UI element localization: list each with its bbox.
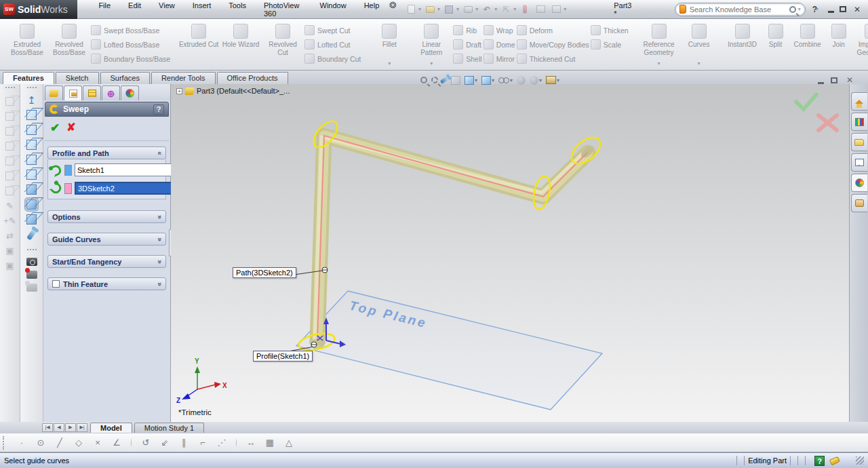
curves-button[interactable]: Curves▾ [683,20,715,67]
fillet-button[interactable]: Fillet▾ [369,20,410,67]
options-button[interactable] [549,3,563,16]
doc-minimize-button[interactable] [818,82,824,84]
parallel-snap-icon[interactable]: ∥ [178,437,190,448]
menu-edit[interactable]: Edit [119,0,150,19]
toolbar-grip[interactable] [3,436,6,450]
options-header[interactable]: Options » [47,210,166,223]
shaded-display-icon[interactable] [26,214,37,225]
pattern-icon[interactable]: ▣ [5,261,14,270]
mirror-button[interactable]: Mirror [484,53,515,64]
split-button[interactable]: Split [763,20,789,67]
prev-tab-button[interactable]: ◀ [54,423,64,432]
lighting-icon[interactable] [26,229,37,240]
display-style-button[interactable]: ▾ [481,76,494,85]
profile-callout[interactable]: Profile(Sketch1) [253,351,313,362]
angle-snap-icon[interactable]: ∠ [111,437,123,448]
scene-button[interactable]: ▾ [546,76,559,84]
maximize-button[interactable] [840,6,846,12]
open-button[interactable] [423,3,437,16]
lofted-cut-button[interactable]: Lofted Cut [304,39,361,50]
view-cube-icon[interactable] [5,187,14,195]
intersection-snap-icon[interactable]: × [92,437,104,448]
combine-button[interactable]: Combine [790,20,825,67]
wireframe-display-icon[interactable] [26,184,37,195]
extruded-cut-button[interactable]: Extruded Cut [178,20,219,67]
confirmation-corner[interactable] [796,94,837,130]
linear-pattern-dropdown-icon[interactable]: ▾ [430,60,433,66]
cancel-button[interactable]: ✘ [66,121,75,135]
start-end-tangency-header[interactable]: Start/End Tangency » [47,255,166,268]
view-cube-icon[interactable] [5,112,14,121]
front-view-icon[interactable] [26,110,37,120]
view-cube-icon[interactable] [5,97,14,106]
path-selection-input[interactable] [75,182,178,195]
sweep-help-button[interactable]: ? [153,104,164,115]
search-dropdown-icon[interactable]: ▾ [798,6,801,12]
view-cube-icon[interactable] [5,127,14,136]
profile-and-path-header[interactable]: Profile and Path « [47,147,166,159]
resize-grip[interactable] [856,456,864,465]
first-tab-button[interactable]: |◀ [42,423,53,432]
menu-window[interactable]: Window [311,0,355,19]
view-cube-icon[interactable] [5,142,14,151]
menu-insert[interactable]: Insert [184,0,220,19]
tab-feature-tree[interactable] [45,85,63,100]
normal-to-icon[interactable]: ↥ [27,96,36,105]
revolved-boss-base-button[interactable]: Revolved Boss/Base [49,20,90,67]
tab-model[interactable]: Model [90,423,132,433]
menu-tools[interactable]: Tools [220,0,255,19]
fillet-dropdown-icon[interactable]: ▾ [388,60,391,66]
next-tab-button[interactable]: ▶ [65,423,76,432]
imported-geometry-button[interactable]: Imported Geometry [852,20,868,67]
top-plane-outline[interactable] [296,291,602,410]
search-icon[interactable] [789,6,796,13]
tab-motion-study[interactable]: Motion Study 1 [134,423,204,433]
view-cube-icon[interactable] [5,172,14,180]
tab-sketch[interactable]: Sketch [56,72,99,84]
right-view-icon[interactable] [26,155,37,165]
thickened-cut-button[interactable]: Thickened Cut [517,53,589,64]
tab-custom-properties[interactable] [851,194,867,212]
pattern-icon[interactable]: ▣ [5,246,14,255]
scale-button[interactable]: Scale [591,39,629,50]
undo-button[interactable]: ↶ [480,3,494,16]
reference-geometry-dropdown-icon[interactable]: ▾ [658,60,660,66]
select-button[interactable]: ⇱ [499,3,513,16]
move-copy-bodies-button[interactable]: Move/Copy Bodies [517,39,589,50]
zoom-to-fit-button[interactable] [420,77,427,83]
lofted-boss-base-button[interactable]: Lofted Boss/Base [91,39,170,50]
menu-help[interactable]: Help [355,0,389,19]
thin-feature-header[interactable]: Thin Feature » [47,277,166,290]
search-input[interactable] [690,5,786,14]
hole-wizard-button[interactable]: Hole Wizard [220,20,261,67]
expand-chevron-icon[interactable]: » [156,282,163,286]
previous-view-button[interactable] [442,75,447,85]
boundary-cut-button[interactable]: Boundary Cut [304,53,361,64]
tab-features[interactable]: Features [3,72,54,84]
last-tab-button[interactable]: ▶| [77,423,87,432]
sketch-icon[interactable]: ✎ [6,201,14,210]
wrap-button[interactable]: Wrap [484,24,515,36]
close-button[interactable]: ✕ [852,5,863,14]
angle-icon[interactable]: △ [283,437,295,448]
deform-button[interactable]: Deform [517,24,589,36]
ok-button[interactable]: ✔ [50,121,60,135]
swept-cut-button[interactable]: Swept Cut [304,24,361,36]
view-orientation-button[interactable]: ▾ [465,76,477,85]
view-cube-icon[interactable] [5,157,14,165]
hide-show-items-button[interactable]: ▾ [498,77,513,83]
guide-curves-header[interactable]: Guide Curves » [47,233,166,246]
points-snap-icon[interactable]: ⋰ [216,437,228,448]
boundary-boss-base-button[interactable]: Boundary Boss/Base [91,53,170,64]
tab-surfaces[interactable]: Surfaces [100,72,150,84]
tab-dimxpert[interactable]: ⊕ [102,85,120,100]
record-video-icon[interactable] [26,271,37,279]
tree-expand-icon[interactable]: + [176,88,182,94]
expand-chevron-icon[interactable]: » [156,215,163,218]
tab-configurations[interactable] [83,85,101,100]
point-snap-icon[interactable]: · [16,437,28,448]
swap-icon[interactable]: ⇄ [6,231,14,240]
revolved-cut-button[interactable]: Revolved Cut [262,20,303,67]
join-button[interactable]: Join [827,20,851,67]
back-view-icon[interactable] [26,125,37,135]
